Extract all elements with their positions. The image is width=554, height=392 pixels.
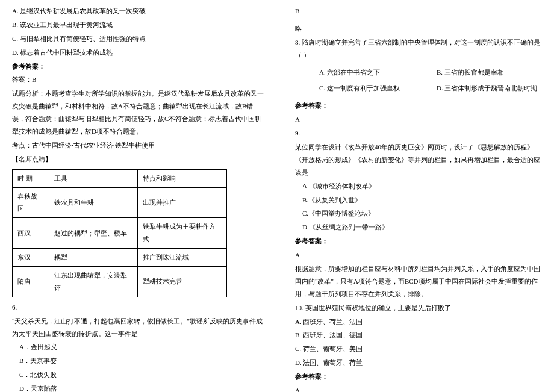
history-table: 时 期 工具 特点和影响 春秋战国 铁农具和牛耕 出现并推广 西汉 赵过的耦犁；… [12,169,227,297]
q9-opt-b: B.《从复关到入世》 [295,194,542,207]
table-cell: 隋唐 [13,267,49,297]
table-row: 西汉 赵过的耦犁；犁壁、楼车 铁犁牛耕成为主要耕作方式 [13,218,227,249]
table-row: 东汉 耦犁 推广到珠江流域 [13,249,227,267]
table-cell: 江东出现曲辕犁，安装犁评 [49,267,138,297]
q8-options: A. 六部在中书省之下 B. 三省的长官都是宰相 C. 这一制度有利于加强皇权 … [319,66,542,95]
table-cell: 东汉 [13,249,49,267]
q9-opt-d: D.《从丝绸之路到一带一路》 [295,221,542,234]
q9-number: 9. [295,127,542,140]
q5-teacher-note: 【名师点睛】 [12,153,265,166]
q6-opt-d: D．天京陷落 [12,382,265,392]
q8-answer: A [295,113,542,126]
q9-answer: A [295,249,542,261]
q5-analysis1: 试题分析：本题考查学生对所学知识的掌握能力。是继汉代犁耕发展后农具改革的又一次突… [12,87,265,138]
q8-opt-b: B. 三省的长官都是宰相 [437,66,542,79]
q8-opt-d: D. 三省体制形成于魏晋南北朝时期 [437,82,542,95]
q10-opt-c: C. 荷兰、葡萄牙、美国 [295,343,542,355]
q5-answer-text: 答案：B [12,73,265,86]
q6-opt-a: A．金田起义 [12,341,265,353]
table-cell: 出现并推广 [138,187,227,218]
q10-answer: A [295,384,542,392]
q10-answer-label: 参考答案： [295,370,542,383]
q9-stem: 某位同学在设计《改革开放40年的历史巨变》网页时，设计了《思想解放的历程》《开放… [295,141,542,179]
table-cell: 时 期 [13,169,49,187]
q10-opt-a: A. 西班牙、荷兰、法国 [295,316,542,328]
q5-opt-c: C. 与旧犁相比具有简便轻巧、适用性强的特点 [12,33,265,45]
table-cell: 犁耕技术完善 [138,267,227,297]
table-cell: 西汉 [13,218,49,249]
table-cell: 推广到珠江流域 [138,249,227,267]
table-row: 隋唐 江东出现曲辕犁，安装犁评 犁耕技术完善 [13,267,227,297]
table-cell: 工具 [49,169,138,187]
table-cell: 耦犁 [49,249,138,267]
table-cell: 春秋战国 [13,187,49,218]
q5-answer-label: 参考答案： [12,60,265,73]
q9-analysis: 根据题意，所要增加的栏目应与材料中所列栏目均为并列关系，入手的角度应为中国国内的… [295,263,542,300]
q5-opt-d: D. 标志着古代中国耕犁技术的成熟 [12,46,265,59]
q9-opt-a: A.《城市经济体制改革》 [295,180,542,193]
q6-opt-b: B．天京事变 [12,355,265,367]
q10-opt-d: D. 法国、葡萄牙、荷兰 [295,356,542,369]
q8-stem: 8. 隋唐时期确立并完善了三省六部制的中央管理体制，对这一制度的认识不正确的是（… [295,36,542,61]
q9-opt-c: C.《中国举办博鳌论坛》 [295,207,542,220]
q7-note: 略 [295,22,542,35]
table-row: 时 期 工具 特点和影响 [13,169,227,187]
left-column: A. 是继汉代犁耕发展后农具改革的又一次突破 B. 该农业工具最早出现于黄河流域… [0,0,277,392]
q10-opt-b: B. 西班牙、法国、德国 [295,329,542,341]
q7-answer: B [295,5,542,17]
q5-analysis2: 考点：古代中国经济·古代农业经济·铁犁牛耕使用 [12,139,265,152]
q10-stem: 10. 英国世界殖民霸权地位的确立，主要是先后打败了 [295,302,542,314]
q8-opt-a: A. 六部在中书省之下 [319,66,425,79]
q8-opt-c: C. 这一制度有利于加强皇权 [319,82,425,95]
q6-stem: "天父杀天兄，江山打不通，打起包裹回家转，依旧做长工。"歌谣所反映的历史事件成为… [12,315,265,340]
q5-opt-a: A. 是继汉代犁耕发展后农具改革的又一次突破 [12,5,265,17]
table-cell: 特点和影响 [138,169,227,187]
q9-answer-label: 参考答案： [295,235,542,247]
table-cell: 赵过的耦犁；犁壁、楼车 [49,218,138,249]
table-cell: 铁农具和牛耕 [49,187,138,218]
q5-opt-b: B. 该农业工具最早出现于黄河流域 [12,19,265,31]
table-row: 春秋战国 铁农具和牛耕 出现并推广 [13,187,227,218]
right-column: B 略 8. 隋唐时期确立并完善了三省六部制的中央管理体制，对这一制度的认识不正… [277,0,554,392]
q6-opt-c: C．北伐失败 [12,369,265,381]
q8-answer-label: 参考答案： [295,99,542,112]
q6-number: 6. [12,301,265,314]
table-cell: 铁犁牛耕成为主要耕作方式 [138,218,227,249]
